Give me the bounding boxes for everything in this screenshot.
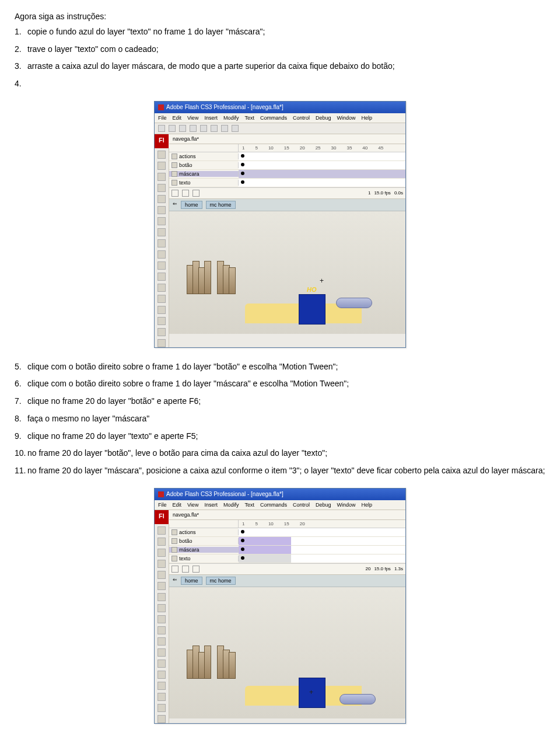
free-transform-tool-icon[interactable] (158, 549, 166, 557)
layer-track[interactable] (239, 554, 405, 563)
menu-help[interactable]: Help (362, 115, 373, 121)
menu-window[interactable]: Window (337, 502, 356, 508)
layer-track[interactable] (239, 161, 405, 169)
layer-row-mascara[interactable]: máscara (169, 546, 405, 554)
document-tab[interactable]: navega.fla* (169, 510, 405, 520)
toolbar-icon[interactable] (169, 125, 176, 132)
eyedropper-tool-icon[interactable] (158, 660, 166, 668)
menu-debug[interactable]: Debug (316, 115, 331, 121)
pill-button[interactable] (340, 694, 376, 704)
hand-tool-icon[interactable] (158, 306, 166, 314)
ink-bottle-tool-icon[interactable] (158, 637, 166, 646)
add-folder-icon[interactable] (182, 190, 189, 197)
add-folder-icon[interactable] (182, 566, 189, 573)
menu-insert[interactable]: Insert (204, 115, 218, 121)
menu-edit[interactable]: Edit (173, 502, 182, 508)
zoom-tool-icon[interactable] (158, 693, 166, 701)
toolbar-icon[interactable] (211, 125, 218, 132)
layer-row-actions[interactable]: actions (169, 152, 405, 161)
ink-bottle-tool-icon[interactable] (158, 261, 166, 270)
stroke-color-icon[interactable] (158, 704, 166, 712)
menu-debug[interactable]: Debug (316, 502, 331, 508)
layer-row-texto[interactable]: texto (169, 554, 405, 563)
toolbar-icon[interactable] (190, 125, 197, 132)
brush-tool-icon[interactable] (158, 626, 166, 634)
brush-tool-icon[interactable] (158, 250, 166, 259)
layer-track[interactable] (239, 179, 405, 187)
menu-modify[interactable]: Modify (223, 115, 239, 121)
layer-track[interactable] (239, 170, 405, 178)
menu-modify[interactable]: Modify (223, 502, 239, 508)
layer-row-texto[interactable]: texto (169, 179, 405, 187)
menu-help[interactable]: Help (362, 502, 373, 508)
paint-bucket-tool-icon[interactable] (158, 648, 166, 657)
fill-color-icon[interactable] (158, 715, 166, 723)
menu-file[interactable]: File (158, 502, 167, 508)
stage-canvas[interactable]: + (169, 587, 405, 718)
pen-tool-icon[interactable] (158, 195, 166, 203)
blue-mask-box[interactable] (299, 294, 326, 325)
eraser-tool-icon[interactable] (158, 671, 166, 679)
stroke-color-icon[interactable] (158, 328, 166, 336)
eraser-tool-icon[interactable] (158, 295, 166, 303)
breadcrumb-item[interactable]: home (181, 577, 202, 585)
toolbar-icon[interactable] (179, 125, 186, 132)
add-layer-icon[interactable] (172, 566, 178, 573)
delete-layer-icon[interactable] (192, 190, 200, 197)
subselection-tool-icon[interactable] (158, 162, 166, 170)
hand-tool-icon[interactable] (158, 682, 166, 690)
subselection-tool-icon[interactable] (158, 538, 166, 546)
pill-button[interactable] (336, 298, 372, 308)
selection-tool-icon[interactable] (158, 526, 166, 535)
menu-control[interactable]: Control (293, 502, 310, 508)
frame-ruler[interactable]: 1 5 10 15 20 25 30 35 40 45 (239, 144, 405, 152)
stage-canvas[interactable]: + HO (169, 211, 405, 334)
pencil-tool-icon[interactable] (158, 239, 166, 247)
menu-bar[interactable]: File Edit View Insert Modify Text Comman… (155, 500, 405, 510)
lasso-tool-icon[interactable] (158, 560, 166, 568)
rectangle-tool-icon[interactable] (158, 228, 166, 236)
menu-control[interactable]: Control (293, 115, 310, 121)
menu-text[interactable]: Text (244, 115, 254, 121)
zoom-tool-icon[interactable] (158, 317, 166, 325)
scene-breadcrumb[interactable]: ⇐ home mc home (169, 575, 405, 587)
menu-insert[interactable]: Insert (204, 502, 218, 508)
line-tool-icon[interactable] (158, 593, 166, 601)
layer-row-botao[interactable]: botão (169, 161, 405, 170)
eyedropper-tool-icon[interactable] (158, 284, 166, 292)
layer-row-actions[interactable]: actions (169, 528, 405, 537)
rectangle-tool-icon[interactable] (158, 604, 166, 612)
tools-panel[interactable] (155, 148, 169, 347)
menu-window[interactable]: Window (337, 115, 356, 121)
tools-panel[interactable] (155, 524, 169, 723)
free-transform-tool-icon[interactable] (158, 173, 166, 181)
menu-edit[interactable]: Edit (173, 115, 182, 121)
text-tool-icon[interactable] (158, 206, 166, 214)
toolbar-icon[interactable] (158, 125, 165, 132)
layer-track[interactable] (239, 537, 405, 545)
breadcrumb-item[interactable]: mc home (206, 201, 236, 209)
line-tool-icon[interactable] (158, 217, 166, 225)
menu-file[interactable]: File (158, 115, 167, 121)
toolbar-icon[interactable] (221, 125, 228, 132)
main-toolbar[interactable] (155, 123, 405, 134)
paint-bucket-tool-icon[interactable] (158, 273, 166, 281)
pencil-tool-icon[interactable] (158, 615, 166, 623)
layer-row-botao[interactable]: botão (169, 537, 405, 546)
menu-commands[interactable]: Commands (260, 502, 287, 508)
scene-breadcrumb[interactable]: ⇐ home mc home (169, 199, 405, 211)
text-tool-icon[interactable] (158, 582, 166, 590)
toolbar-icon[interactable] (200, 125, 207, 132)
delete-layer-icon[interactable] (192, 566, 200, 573)
frame-ruler[interactable]: 1 5 10 15 20 (239, 520, 405, 528)
layer-track[interactable] (239, 546, 405, 554)
timeline-panel[interactable]: 1 5 10 15 20 25 30 35 40 45 (169, 144, 405, 199)
pen-tool-icon[interactable] (158, 571, 166, 579)
menu-view[interactable]: View (187, 115, 198, 121)
fill-color-icon[interactable] (158, 339, 166, 347)
breadcrumb-item[interactable]: home (181, 201, 202, 209)
document-tab[interactable]: navega.fla* (169, 134, 405, 144)
menu-text[interactable]: Text (244, 502, 254, 508)
timeline-panel[interactable]: 1 5 10 15 20 actions botão (169, 520, 405, 575)
lasso-tool-icon[interactable] (158, 184, 166, 192)
